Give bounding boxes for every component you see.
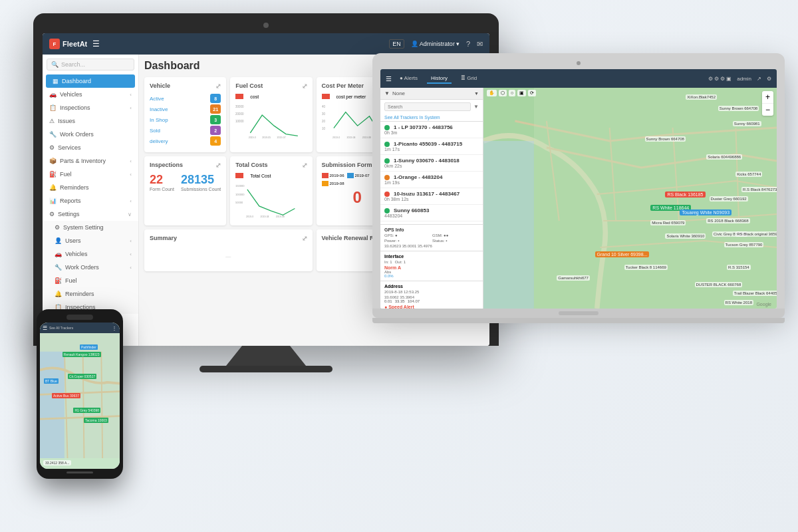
laptop: ☰ ● Alerts History ≣ Grid ⚙ ⚙ ⚙ ▣ admin … bbox=[372, 53, 785, 323]
svg-text:150000: 150000 bbox=[235, 184, 245, 188]
sidebar-item-parts[interactable]: 📦 Parts & Inventory ‹ bbox=[43, 154, 138, 168]
svg-text:2019-05: 2019-05 bbox=[262, 136, 271, 139]
see-all-trackers[interactable]: See All Trackers In System bbox=[380, 114, 483, 122]
dashboard-icon: ▦ bbox=[53, 78, 59, 84]
sidebar-settings-reminders[interactable]: 🔔 Reminders bbox=[48, 287, 138, 301]
vehicle-inshop: In Shop 3 bbox=[150, 115, 221, 124]
map-tab-history[interactable]: History bbox=[427, 74, 452, 84]
map-share-icon[interactable]: ↗ bbox=[757, 76, 761, 82]
google-attribution: Google bbox=[756, 302, 771, 307]
phone-marker: Tacoma 10003 bbox=[84, 418, 108, 423]
sidebar-item-dashboard[interactable]: ▦ Dashboard bbox=[46, 74, 135, 88]
reminders-icon: 🔔 bbox=[49, 184, 57, 191]
svg-rect-19 bbox=[483, 141, 534, 309]
map-tool[interactable]: ⬡ bbox=[499, 90, 507, 96]
sidebar-item-users[interactable]: 👤 Users ‹ bbox=[48, 234, 138, 247]
sidebar-search[interactable]: 🔍 Search... bbox=[47, 59, 134, 70]
svg-text:20000: 20000 bbox=[235, 112, 244, 116]
svg-text:2019-0: 2019-0 bbox=[332, 136, 340, 139]
map-hamburger[interactable]: ☰ bbox=[386, 75, 392, 82]
sidebar-item-reports[interactable]: 📊 Reports ‹ bbox=[43, 194, 138, 207]
map-tab-alerts[interactable]: ● Alerts bbox=[396, 74, 422, 84]
map-search-bar: ▼ bbox=[380, 100, 483, 114]
sidebar-item-work-orders[interactable]: 🔧 Work Orders bbox=[43, 128, 138, 141]
sidebar-settings-vehicles[interactable]: 🚗 Vehicles ‹ bbox=[48, 247, 138, 261]
sidebar-item-settings[interactable]: ⚙ Settings ∨ bbox=[43, 207, 138, 221]
tracker-item[interactable]: Sunny 660853 4483204 bbox=[380, 205, 483, 221]
sidebar-item-vehicles[interactable]: 🚗 Vehicles ‹ bbox=[43, 88, 138, 101]
zoom-in-button[interactable]: + bbox=[762, 91, 773, 104]
sidebar-item-reminders[interactable]: 🔔 Reminders bbox=[43, 181, 138, 194]
map-tool[interactable]: ⟳ bbox=[528, 90, 536, 96]
map-header: ☰ ● Alerts History ≣ Grid ⚙ ⚙ ⚙ ▣ admin … bbox=[380, 69, 777, 88]
language-selector[interactable]: EN bbox=[389, 39, 404, 49]
help-icon[interactable]: ? bbox=[466, 40, 470, 48]
total-costs-chart: 150000 100000 50000 2019-0 2019-04 2019-… bbox=[235, 180, 307, 220]
sidebar-item-fuel[interactable]: ⛽ Fuel ‹ bbox=[43, 168, 138, 181]
vehicle-active: Active 8 bbox=[150, 94, 221, 103]
svg-text:20: 20 bbox=[322, 120, 325, 123]
tracker-item[interactable]: 10-Isuzu 313617 - 4483467 0h 38m 12s bbox=[380, 188, 483, 205]
monitor-base bbox=[200, 366, 332, 372]
sidebar-item-system[interactable]: ⚙ System Setting bbox=[48, 221, 138, 234]
map-tool[interactable]: ○ bbox=[509, 90, 515, 96]
svg-text:30000: 30000 bbox=[235, 105, 244, 108]
map-label: Solaris 604496886 bbox=[706, 154, 742, 160]
settings-icon: ⚙ bbox=[49, 211, 55, 217]
admin-user[interactable]: 👤 Administrator ▾ bbox=[411, 41, 460, 47]
sidebar-item-inspections[interactable]: 📋 Inspections ‹ bbox=[43, 101, 138, 114]
laptop-notch bbox=[559, 311, 598, 315]
map-label: Gamarsuhkhi677 bbox=[557, 275, 590, 281]
interface-title: Interface bbox=[384, 254, 479, 259]
map-settings-icon[interactable]: ⚙ bbox=[767, 76, 771, 82]
map-tracker-filter: ▼ None ▼ bbox=[380, 88, 483, 100]
map-tool[interactable]: ▣ bbox=[517, 90, 526, 96]
map-search-input[interactable] bbox=[384, 102, 471, 111]
sidebar: 🔍 Search... ▦ Dashboard 🚗 Vehicles bbox=[43, 55, 139, 346]
tracker-item[interactable]: 1 - LP 307370 - 4483756 0h 3m bbox=[380, 122, 483, 138]
map-marker[interactable]: Touareg White N09093 bbox=[680, 209, 732, 215]
speed-alert: ● Speed Alert bbox=[384, 305, 479, 309]
services-icon: ⚙ bbox=[49, 144, 55, 151]
phone-hamburger[interactable]: ☰ bbox=[43, 325, 47, 331]
vehicle-inactive: Inactive 21 bbox=[150, 104, 221, 114]
sidebar-settings-fuel[interactable]: ⛽ Fuel bbox=[48, 274, 138, 287]
map-label: Micra Red 659079 bbox=[650, 220, 686, 225]
map-label: RS 2018 Black 668368 bbox=[706, 218, 749, 223]
mail-icon[interactable]: ✉ bbox=[477, 40, 483, 49]
map-filter-icon[interactable]: ▼ bbox=[473, 104, 479, 110]
vehicle-card: Vehicle ⤢ Active 8 Inactive 21 bbox=[144, 77, 226, 152]
map-label: RS White 2018 bbox=[724, 300, 753, 305]
zoom-out-button[interactable]: − bbox=[762, 104, 773, 116]
sidebar-item-services[interactable]: ⚙ Services bbox=[43, 141, 138, 154]
map-admin: admin bbox=[737, 76, 751, 82]
tracker-item[interactable]: 1-Orange - 4483204 1m 19s bbox=[380, 172, 483, 188]
map-main: XiXon.Blak7452 Sunny Brown 664708 Sunny … bbox=[483, 88, 777, 309]
map-tool[interactable]: ✋ bbox=[487, 90, 497, 96]
address-title: Address bbox=[384, 284, 479, 289]
map-marker[interactable]: Grand 10 Silver 69398... bbox=[595, 251, 650, 257]
tracker-item[interactable]: 1-Picanto 455039 - 4483715 1m 17s bbox=[380, 138, 483, 155]
phone-notch bbox=[66, 315, 93, 320]
sidebar-settings-work-orders[interactable]: 🔧 Work Orders ‹ bbox=[48, 261, 138, 274]
laptop-base bbox=[372, 318, 785, 323]
map-sidebar: ▼ None ▼ ▼ See All Trackers In System bbox=[380, 88, 483, 309]
svg-text:2019-08: 2019-08 bbox=[276, 215, 285, 218]
phone-screen: ☰ See All Trackers ⋮ bbox=[40, 323, 120, 469]
map-container: ☰ ● Alerts History ≣ Grid ⚙ ⚙ ⚙ ▣ admin … bbox=[380, 69, 777, 309]
phone-coordinates: 33.2412 358 A... bbox=[43, 460, 71, 466]
phone-more[interactable]: ⋮ bbox=[112, 325, 117, 331]
submissions-count: 28135 bbox=[181, 173, 221, 187]
tracker-item[interactable]: 1-Sunny 030670 - 4483018 0km 22s bbox=[380, 155, 483, 172]
phone-home-bar bbox=[66, 471, 93, 473]
map-tab-grid[interactable]: ≣ Grid bbox=[457, 74, 481, 84]
phone-marker: Renault Kangoo 138023 bbox=[63, 352, 101, 357]
svg-text:2019-0: 2019-0 bbox=[246, 215, 253, 218]
hamburger-icon[interactable]: ☰ bbox=[92, 39, 100, 49]
logo-icon: F bbox=[49, 39, 60, 49]
map-marker[interactable]: RS Black 136185 bbox=[665, 192, 705, 198]
svg-text:30: 30 bbox=[322, 112, 325, 116]
parts-icon: 📦 bbox=[49, 158, 57, 164]
gps-info-title: GPS Info bbox=[384, 227, 479, 232]
sidebar-item-issues[interactable]: ⚠ Issues bbox=[43, 114, 138, 128]
